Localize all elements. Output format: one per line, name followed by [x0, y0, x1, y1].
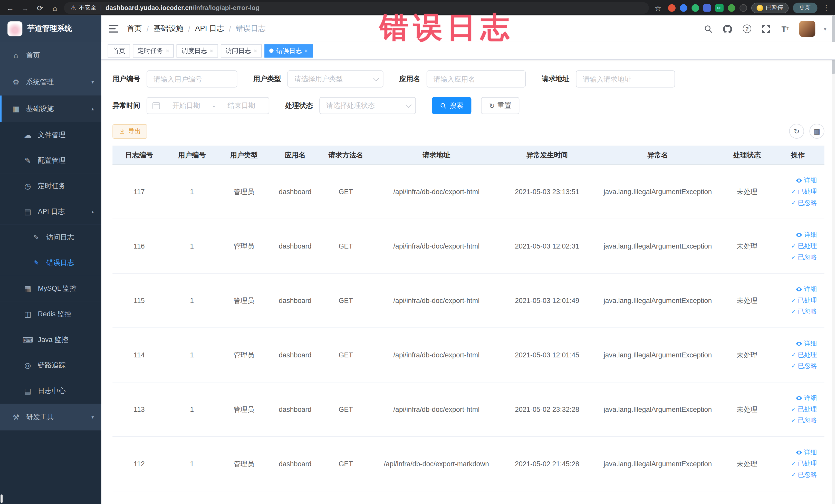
breadcrumb-infrastructure[interactable]: 基础设施	[154, 24, 183, 33]
user-type-select[interactable]: 请选择用户类型	[287, 70, 384, 87]
fullscreen-icon[interactable]	[761, 23, 772, 34]
sidebar-item-label: 研发工具	[26, 412, 54, 422]
sidebar-item-file-mgmt[interactable]: ☁ 文件管理	[0, 122, 101, 148]
mark-ignored-link[interactable]: ✓已忽略	[791, 199, 817, 207]
github-icon[interactable]	[722, 23, 733, 34]
sidebar-item-log-center[interactable]: ▤ 日志中心	[0, 378, 101, 404]
app-name-input[interactable]	[427, 70, 526, 87]
tab-error-log[interactable]: 错误日志 ×	[265, 44, 313, 57]
refresh-icon: ↻	[794, 127, 799, 135]
browser-back-button[interactable]: ←	[4, 2, 16, 14]
screen: ← → ⟳ ⌂ ⚠ 不安全 | dashboard.yudao.iocoder.…	[0, 0, 835, 504]
close-icon[interactable]: ×	[254, 48, 257, 54]
tab-home[interactable]: 首页	[108, 44, 130, 57]
sidebar-item-home[interactable]: ⌂ 首页	[0, 42, 101, 69]
tab-access-log[interactable]: 访问日志 ×	[221, 44, 262, 57]
browser-home-button[interactable]: ⌂	[49, 2, 61, 14]
close-icon[interactable]: ×	[210, 48, 213, 54]
cloud-icon: ☁	[22, 131, 33, 139]
filter-user-type: 用户类型 请选择用户类型	[253, 70, 384, 87]
search-button[interactable]: 搜索	[432, 97, 471, 114]
detail-link[interactable]: 详细	[795, 285, 817, 294]
sidebar-item-dev-tools[interactable]: ⚒ 研发工具 ▾	[0, 404, 101, 430]
mark-ignored-link[interactable]: ✓已忽略	[791, 416, 817, 425]
user-id-input[interactable]	[147, 70, 237, 87]
sidebar-item-scheduled-jobs[interactable]: ◷ 定时任务	[0, 173, 101, 199]
security-chip[interactable]: ⚠ 不安全	[70, 4, 96, 12]
tab-dispatch-log[interactable]: 调度日志 ×	[177, 44, 218, 57]
question-mark: ?	[743, 25, 751, 33]
mark-processed-link[interactable]: ✓已处理	[791, 405, 817, 414]
browser-update-button[interactable]: 更新	[793, 2, 817, 13]
tags-view-bar: 首页 定时任务 × 调度日志 × 访问日志 × 错误日志 ×	[101, 42, 835, 60]
mark-processed-link[interactable]: ✓已处理	[791, 459, 817, 468]
check-icon: ✓	[791, 406, 796, 413]
process-status-select[interactable]: 请选择处理状态	[319, 97, 416, 114]
mark-processed-link[interactable]: ✓已处理	[791, 187, 817, 196]
close-icon[interactable]: ×	[305, 48, 308, 54]
mark-ignored-link[interactable]: ✓已忽略	[791, 307, 817, 316]
sidebar-menu: ⌂ 首页 ⚙ 系统管理 ▾ ▦ 基础设施 ▴ ☁ 文件管理	[0, 42, 101, 504]
browser-forward-button[interactable]: →	[19, 2, 31, 14]
app-title: 芋道管理系统	[27, 24, 72, 33]
sidebar-item-config-mgmt[interactable]: ✎ 配置管理	[0, 148, 101, 173]
extension-icon-5[interactable]	[728, 4, 735, 12]
tab-scheduled-jobs[interactable]: 定时任务 ×	[133, 44, 174, 57]
address-bar[interactable]: ⚠ 不安全 | dashboard.yudao.iocoder.cn/infra…	[64, 2, 649, 14]
detail-link[interactable]: 详细	[795, 339, 817, 348]
sidebar-collapse-button[interactable]	[109, 25, 118, 33]
cell-method: GET	[320, 328, 371, 382]
detail-link[interactable]: 详细	[795, 448, 817, 457]
font-size-icon[interactable]: TT	[780, 23, 791, 34]
detail-link[interactable]: 详细	[795, 230, 817, 239]
sidebar-item-redis-monitor[interactable]: ◫ Redis 监控	[0, 301, 101, 327]
app-logo[interactable]: 芋道管理系统	[0, 15, 101, 42]
cell-exception: java.lang.IllegalArgumentException	[592, 382, 723, 436]
sidebar-item-trace[interactable]: ◎ 链路追踪	[0, 352, 101, 378]
active-dot	[269, 48, 274, 53]
extensions-puzzle-icon[interactable]	[703, 4, 711, 12]
help-icon[interactable]: ?	[741, 23, 752, 34]
sidebar-item-java-monitor[interactable]: ⌨ Java 监控	[0, 327, 101, 352]
col-user-type: 用户类型	[218, 146, 270, 164]
mark-processed-link[interactable]: ✓已处理	[791, 242, 817, 250]
mark-processed-link[interactable]: ✓已处理	[791, 350, 817, 360]
mark-ignored-link[interactable]: ✓已忽略	[791, 253, 817, 262]
paused-badge[interactable]: 已暂停	[751, 2, 789, 13]
browser-menu-icon[interactable]: ⋮	[822, 4, 831, 12]
url-path: /infra/log/api-error-log	[192, 4, 259, 12]
extension-icon-on[interactable]: on	[715, 4, 724, 12]
extension-icon-3[interactable]	[692, 4, 699, 12]
detail-link[interactable]: 详细	[795, 394, 817, 403]
reset-button[interactable]: ↻ 重置	[481, 97, 519, 114]
sidebar-item-mysql-monitor[interactable]: ▦ MySQL 监控	[0, 276, 101, 301]
export-button[interactable]: 导出	[113, 124, 147, 138]
request-url-input[interactable]	[576, 70, 675, 87]
refresh-table-button[interactable]: ↻	[789, 124, 804, 139]
exception-time-range-picker[interactable]: 开始日期 - 结束日期	[147, 97, 269, 114]
column-settings-button[interactable]: ▥	[809, 124, 824, 139]
close-icon[interactable]: ×	[166, 48, 169, 54]
breadcrumb-api-logs[interactable]: API 日志	[195, 24, 224, 33]
bookmark-star-icon[interactable]: ☆	[652, 2, 664, 14]
mark-ignored-link[interactable]: ✓已忽略	[791, 470, 817, 479]
sidebar-item-error-log[interactable]: ✎ 错误日志	[0, 250, 101, 276]
sidebar-scrollbar-thumb[interactable]	[1, 495, 3, 503]
mark-processed-link[interactable]: ✓已处理	[791, 296, 817, 305]
extension-icon-1[interactable]	[668, 4, 676, 12]
avatar-caret-icon[interactable]: ▾	[824, 26, 826, 32]
extension-icon-2[interactable]	[680, 4, 687, 12]
browser-reload-button[interactable]: ⟳	[34, 2, 46, 14]
sidebar-item-infrastructure[interactable]: ▦ 基础设施 ▴	[0, 96, 101, 122]
page-scrollbar[interactable]	[832, 15, 835, 504]
range-separator: -	[212, 102, 215, 109]
user-avatar[interactable]	[799, 21, 815, 37]
search-icon[interactable]	[703, 23, 714, 34]
breadcrumb-home[interactable]: 首页	[127, 24, 142, 33]
detail-link[interactable]: 详细	[795, 176, 817, 185]
sidebar-item-system-mgmt[interactable]: ⚙ 系统管理 ▾	[0, 69, 101, 96]
sidebar-item-access-log[interactable]: ✎ 访问日志	[0, 225, 101, 250]
mark-ignored-link[interactable]: ✓已忽略	[791, 362, 817, 370]
sidebar-item-api-logs[interactable]: ▤ API 日志 ▴	[0, 199, 101, 225]
extension-icon-6[interactable]	[739, 4, 747, 12]
